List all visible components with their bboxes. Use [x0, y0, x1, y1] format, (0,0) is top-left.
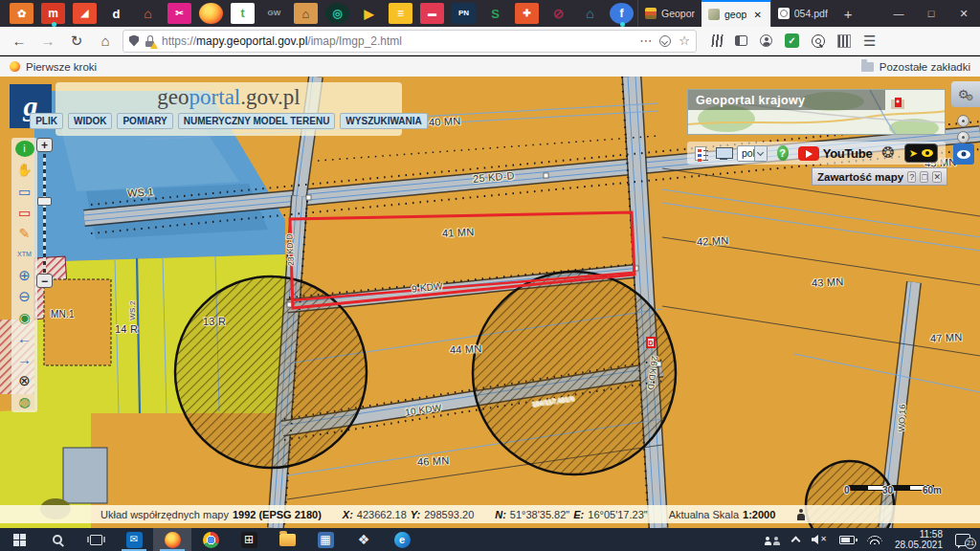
- panel-close-button[interactable]: ✕: [932, 171, 942, 183]
- pinned-tab[interactable]: ▶: [357, 3, 381, 24]
- zoom-in-button[interactable]: +: [36, 138, 53, 152]
- explorer[interactable]: [268, 528, 306, 551]
- xtm-icon[interactable]: XTM: [15, 246, 34, 262]
- pinned-tab[interactable]: ◢: [73, 3, 97, 24]
- zoom-out-button[interactable]: −: [36, 274, 53, 288]
- pinned-tab[interactable]: [199, 3, 223, 24]
- menu-icon[interactable]: ☰: [863, 33, 876, 50]
- new-tab-button[interactable]: +: [835, 0, 862, 27]
- pinned-tab[interactable]: PN: [452, 3, 476, 24]
- task-view-icon[interactable]: [77, 528, 115, 551]
- pinned-tab[interactable]: S: [483, 3, 507, 24]
- wheel-icon[interactable]: ❂: [881, 145, 894, 161]
- pinned-tab[interactable]: t: [231, 3, 255, 24]
- lock-warning-icon[interactable]: [145, 34, 156, 48]
- zoom-handle[interactable]: [37, 197, 52, 206]
- pinned-tab[interactable]: ◎: [325, 3, 349, 24]
- pinned-tab[interactable]: ⊘: [546, 3, 570, 24]
- notification-center-icon[interactable]: 21: [955, 534, 970, 546]
- menu-button[interactable]: NUMERYCZNY MODEL TERENU: [178, 113, 336, 129]
- overview-map[interactable]: Geoportal krajowy: [687, 89, 946, 135]
- pinned-tab[interactable]: f: [610, 3, 634, 24]
- dropbox[interactable]: ❖: [345, 528, 383, 551]
- wifi-icon[interactable]: [867, 536, 882, 544]
- pinned-tab[interactable]: ⌂: [294, 3, 318, 24]
- tray-expand-icon[interactable]: [791, 537, 800, 546]
- pinned-tab[interactable]: GW: [262, 3, 286, 24]
- other-bookmarks[interactable]: Pozostałe zakładki: [861, 61, 970, 73]
- monitor-icon[interactable]: [716, 147, 727, 160]
- tab-geoportal-active[interactable]: geop ✕: [702, 0, 770, 27]
- select-rect-blue-icon[interactable]: ▭: [15, 183, 34, 199]
- extension-check-icon[interactable]: ✓: [785, 33, 799, 48]
- forward-icon[interactable]: →: [36, 30, 59, 53]
- calculator[interactable]: ▦: [306, 528, 345, 551]
- zoom-track[interactable]: [43, 154, 46, 273]
- menu-button[interactable]: WIDOK: [68, 113, 112, 129]
- chrome[interactable]: [191, 528, 230, 551]
- edge[interactable]: e: [383, 528, 421, 551]
- reload-icon[interactable]: ↻: [65, 30, 88, 53]
- pocket-icon[interactable]: [659, 35, 671, 47]
- start-button[interactable]: [0, 528, 38, 551]
- tracking-shield-icon[interactable]: [129, 35, 139, 47]
- pinned-tab[interactable]: ▬: [420, 3, 444, 24]
- menu-button[interactable]: PLIK: [30, 113, 63, 129]
- home-icon[interactable]: ⌂: [94, 30, 117, 53]
- pinned-tab[interactable]: ✚: [515, 3, 539, 24]
- firefox[interactable]: [153, 528, 191, 551]
- panel-handle-icon[interactable]: [957, 115, 969, 127]
- account-icon[interactable]: [760, 34, 772, 47]
- visibility-button[interactable]: [953, 143, 974, 165]
- people-icon[interactable]: [765, 534, 780, 545]
- back-arrow-icon[interactable]: ←: [15, 330, 34, 346]
- search-icon[interactable]: [38, 528, 77, 551]
- forward-arrow-icon[interactable]: →: [15, 351, 34, 367]
- help-button[interactable]: ?: [777, 145, 789, 161]
- pinned-tab[interactable]: ≡: [389, 3, 412, 24]
- pinned-tab[interactable]: ✂: [167, 3, 191, 24]
- settings-gears-icon[interactable]: ⚙⚙: [951, 81, 980, 107]
- tab-geoportal-inactive[interactable]: Geopor: [637, 0, 702, 27]
- globe-icon[interactable]: ◉: [15, 309, 34, 325]
- pinned-tab[interactable]: d: [104, 3, 128, 24]
- close-window-button[interactable]: ✕: [947, 0, 980, 27]
- clear-selection-icon[interactable]: ⊗: [15, 372, 34, 388]
- pinned-tab[interactable]: ⌂: [136, 3, 160, 24]
- wms-icon[interactable]: ◍: [15, 393, 34, 409]
- extension-grid-icon[interactable]: [837, 34, 851, 48]
- sidebar-icon[interactable]: [735, 35, 747, 46]
- panel-restore-button[interactable]: □: [920, 171, 928, 183]
- battery-icon[interactable]: [839, 536, 855, 544]
- info-icon[interactable]: i: [15, 141, 34, 157]
- minimize-button[interactable]: —: [882, 0, 915, 27]
- pan-hand-icon[interactable]: ✋: [15, 162, 34, 178]
- pinned-tab[interactable]: ✿: [10, 3, 33, 24]
- panel-help-button[interactable]: ?: [907, 171, 916, 183]
- bookmark-item[interactable]: Pierwsze kroki: [10, 61, 97, 73]
- tab-pdf[interactable]: 054.pdf: [770, 0, 835, 27]
- menu-button[interactable]: POMIARY: [117, 113, 172, 129]
- outlook[interactable]: ✉: [115, 528, 153, 551]
- menu-button[interactable]: WYSZUKIWANIA: [340, 113, 427, 129]
- zoom-slider[interactable]: + −: [36, 138, 54, 291]
- youtube-link[interactable]: YouTube: [798, 146, 873, 161]
- draw-pencil-icon[interactable]: ✎: [15, 225, 34, 241]
- library-icon[interactable]: [711, 34, 723, 47]
- extension-search-icon[interactable]: [812, 34, 825, 48]
- back-icon[interactable]: ←: [8, 30, 31, 53]
- map-content-panel-header[interactable]: Zawartość mapy ? □ ✕: [812, 167, 947, 186]
- legend-icon[interactable]: [695, 146, 706, 161]
- zoom-out-icon[interactable]: ⊖: [15, 288, 34, 304]
- select-rect-red-icon[interactable]: ▭: [15, 204, 34, 220]
- panel-handle-icon[interactable]: [957, 131, 969, 143]
- zoom-in-icon[interactable]: ⊕: [15, 267, 34, 283]
- store[interactable]: ⊞: [230, 528, 268, 551]
- url-bar[interactable]: https://mapy.geoportal.gov.pl/imap/Imgp_…: [122, 30, 697, 53]
- contrast-toggle[interactable]: ➤: [904, 143, 938, 163]
- close-tab-icon[interactable]: ✕: [751, 10, 763, 20]
- clock[interactable]: 11:58 28.05.2021: [895, 529, 943, 551]
- bookmark-star-icon[interactable]: ☆: [679, 33, 690, 48]
- pinned-tab[interactable]: m: [41, 3, 65, 24]
- page-actions-icon[interactable]: ⋯: [639, 33, 652, 48]
